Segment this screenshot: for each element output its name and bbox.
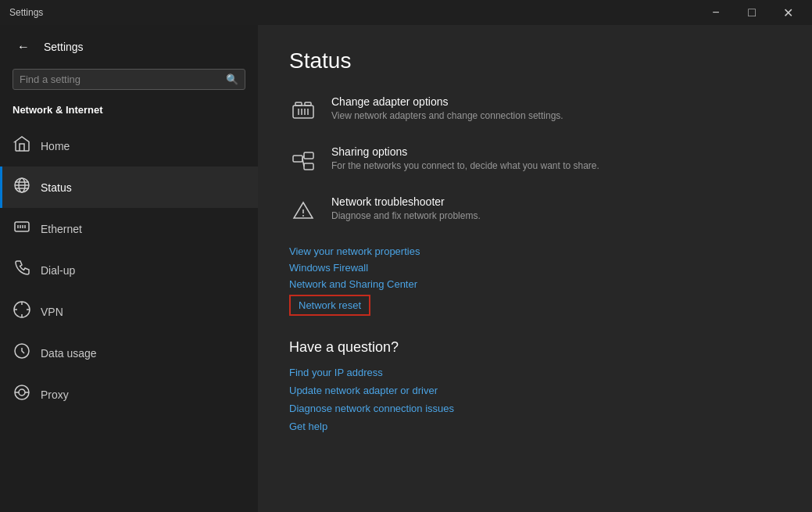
sidebar-nav: Home Status Ethernet Dial- <box>0 125 258 512</box>
sidebar-item-ethernet-label: Ethernet <box>41 223 82 235</box>
svg-rect-24 <box>304 163 313 170</box>
sidebar-item-home-label: Home <box>41 140 70 152</box>
sharing-title: Sharing options <box>331 145 599 158</box>
sidebar-app-title: Settings <box>44 41 84 53</box>
have-question-title: Have a question? <box>289 339 781 356</box>
page-title: Status <box>289 48 781 73</box>
close-button[interactable]: ✕ <box>770 0 806 25</box>
sidebar-item-vpn[interactable]: VPN <box>0 291 258 332</box>
sidebar-item-status-label: Status <box>41 181 72 194</box>
sharing-icon <box>289 147 317 175</box>
svg-point-12 <box>19 389 25 396</box>
svg-rect-15 <box>293 106 313 118</box>
svg-rect-22 <box>293 156 302 162</box>
svg-line-26 <box>302 159 304 166</box>
back-button[interactable]: ← <box>13 36 34 58</box>
title-bar-title: Settings <box>9 7 43 18</box>
troubleshooter-icon <box>289 197 317 225</box>
troubleshooter-text: Network troubleshooter Diagnose and fix … <box>331 195 481 221</box>
svg-rect-17 <box>305 102 311 106</box>
search-icon: 🔍 <box>226 73 238 85</box>
adapter-title: Change adapter options <box>331 95 563 108</box>
svg-rect-23 <box>304 152 313 159</box>
vpn-icon <box>13 300 30 323</box>
search-input[interactable] <box>20 73 221 85</box>
maximize-button[interactable]: □ <box>734 0 770 25</box>
sidebar-item-status[interactable]: Status <box>0 166 258 208</box>
data-icon <box>13 342 30 364</box>
adapter-text: Change adapter options View network adap… <box>331 95 563 121</box>
section-title: Network & Internet <box>0 101 258 125</box>
troubleshooter-desc: Diagnose and fix network problems. <box>331 210 481 221</box>
minimize-button[interactable]: − <box>698 0 734 25</box>
diagnose-link[interactable]: Diagnose network connection issues <box>289 403 454 414</box>
app-body: ← Settings 🔍 Network & Internet Home Sta… <box>0 25 812 512</box>
sidebar-item-ethernet[interactable]: Ethernet <box>0 208 258 249</box>
update-adapter-link[interactable]: Update network adapter or driver <box>289 385 438 396</box>
globe-icon <box>13 176 30 199</box>
sidebar-item-dialup[interactable]: Dial-up <box>0 249 258 291</box>
links-section: View your network properties Windows Fir… <box>289 245 781 316</box>
svg-point-28 <box>302 215 304 217</box>
sharing-item: Sharing options For the networks you con… <box>289 145 781 175</box>
sidebar-item-datausage-label: Data usage <box>41 347 97 360</box>
main-content: Status Change adapter options View netwo… <box>258 25 812 512</box>
ethernet-icon <box>13 217 30 240</box>
change-adapter-item: Change adapter options View network adap… <box>289 95 781 125</box>
title-bar: Settings − □ ✕ <box>0 0 812 25</box>
svg-rect-5 <box>15 222 29 231</box>
title-bar-left: Settings <box>9 7 43 18</box>
find-ip-link[interactable]: Find your IP address <box>289 367 383 378</box>
phone-icon <box>13 259 30 281</box>
windows-firewall-link[interactable]: Windows Firewall <box>289 262 368 274</box>
sidebar: ← Settings 🔍 Network & Internet Home Sta… <box>0 25 258 512</box>
sharing-center-link[interactable]: Network and Sharing Center <box>289 278 417 290</box>
title-bar-controls: − □ ✕ <box>698 0 806 25</box>
sidebar-header: ← Settings <box>0 25 258 66</box>
svg-rect-16 <box>295 102 302 106</box>
home-icon <box>13 134 30 157</box>
troubleshooter-title: Network troubleshooter <box>331 195 481 208</box>
proxy-icon <box>13 383 30 406</box>
sidebar-item-datausage[interactable]: Data usage <box>0 332 258 374</box>
sidebar-item-home[interactable]: Home <box>0 125 258 166</box>
network-properties-link[interactable]: View your network properties <box>289 245 420 257</box>
sharing-desc: For the networks you connect to, decide … <box>331 160 599 171</box>
sidebar-item-proxy[interactable]: Proxy <box>0 374 258 415</box>
sidebar-item-proxy-label: Proxy <box>41 388 69 401</box>
sidebar-item-vpn-label: VPN <box>41 306 63 318</box>
sidebar-item-dialup-label: Dial-up <box>41 264 75 277</box>
search-box: 🔍 <box>13 69 245 90</box>
get-help-link[interactable]: Get help <box>289 421 327 432</box>
sharing-text: Sharing options For the networks you con… <box>331 145 599 171</box>
question-links: Find your IP address Update network adap… <box>289 367 781 432</box>
troubleshooter-item: Network troubleshooter Diagnose and fix … <box>289 195 781 225</box>
adapter-icon <box>289 97 317 125</box>
network-reset-link[interactable]: Network reset <box>289 295 370 316</box>
adapter-desc: View network adapters and change connect… <box>331 110 563 121</box>
